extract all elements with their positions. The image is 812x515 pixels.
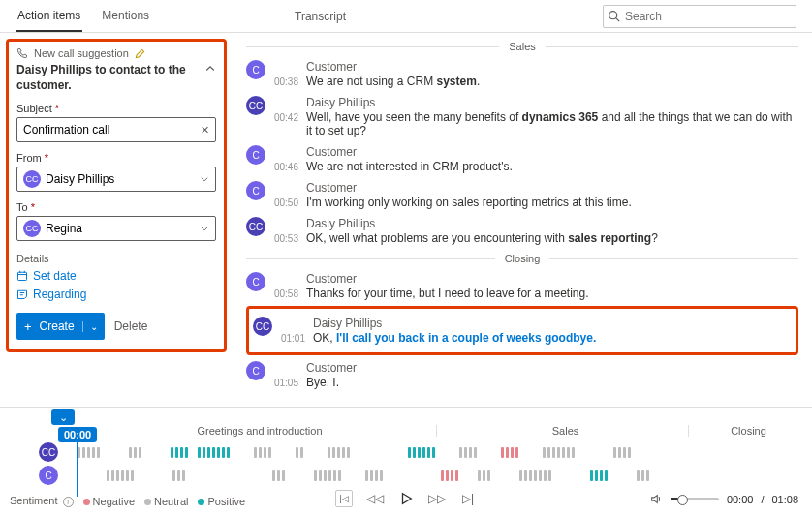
- clear-icon[interactable]: ✕: [201, 124, 209, 136]
- search-icon: [608, 10, 620, 22]
- set-date-link[interactable]: Set date: [16, 269, 216, 283]
- suggestion-label: New call suggestion: [34, 47, 129, 59]
- transcript-entry: CC 00:42 Daisy PhillipsWell, have you se…: [246, 92, 798, 141]
- create-button[interactable]: + Create ⌄: [16, 313, 105, 340]
- info-icon[interactable]: i: [63, 497, 74, 507]
- time-sep: /: [761, 494, 764, 505]
- to-avatar: CC: [23, 220, 41, 237]
- forward-button[interactable]: ▷▷: [428, 490, 446, 507]
- create-split-chevron[interactable]: ⌄: [82, 321, 105, 332]
- calendar-icon: [16, 270, 28, 282]
- regarding-icon: [16, 288, 28, 300]
- details-label: Details: [16, 253, 216, 264]
- chevron-down-icon[interactable]: [200, 174, 209, 184]
- to-input[interactable]: [46, 222, 200, 235]
- time-current: 00:00: [727, 494, 754, 505]
- svg-line-1: [616, 17, 619, 20]
- edit-icon[interactable]: [135, 48, 145, 59]
- section-closing: Closing: [246, 253, 798, 264]
- timeline-row-agent: CC: [39, 440, 802, 464]
- sentiment-track[interactable]: [68, 470, 802, 481]
- avatar: C: [246, 181, 265, 200]
- sentiment-track[interactable]: [68, 446, 802, 458]
- segment-label: Closing: [688, 425, 802, 437]
- from-input[interactable]: [46, 172, 200, 186]
- from-avatar: CC: [23, 170, 41, 188]
- svg-rect-2: [18, 272, 27, 280]
- play-button[interactable]: [397, 490, 415, 507]
- plus-icon: +: [16, 319, 40, 334]
- avatar: C: [246, 145, 265, 165]
- segment-label: Sales: [436, 425, 688, 437]
- action-title: Daisy Phillips to contact to the custome…: [16, 63, 191, 93]
- avatar: CC: [39, 442, 58, 462]
- transcript-entry: CC 00:53 Dasiy PhillipsOK, well what pro…: [246, 213, 798, 249]
- player-controls: |◁ ◁◁ ▷▷ ▷|: [335, 490, 477, 507]
- volume-icon[interactable]: [650, 493, 663, 505]
- transcript-entry: C 00:58 CustomerThanks for your time, bu…: [246, 268, 798, 304]
- time-total: 01:08: [771, 494, 798, 505]
- playhead-marker[interactable]: ⌄ 00:00: [58, 409, 97, 497]
- avatar: CC: [246, 96, 265, 115]
- subject-label: Subject *: [16, 103, 216, 114]
- phone-icon: [16, 47, 28, 59]
- subject-input[interactable]: [23, 123, 201, 136]
- collapse-icon[interactable]: [204, 63, 216, 75]
- timestamp: 00:46: [273, 162, 298, 173]
- timestamp: 00:38: [273, 76, 298, 88]
- transcript-entry: C 00:46 CustomerWe are not interested in…: [246, 141, 798, 177]
- search-input[interactable]: [603, 5, 796, 28]
- avatar: C: [246, 60, 265, 79]
- avatar: C: [246, 361, 265, 380]
- transcript-entry: C 00:50 CustomerI'm working only working…: [246, 177, 798, 213]
- tab-mentions[interactable]: Mentions: [100, 1, 151, 32]
- tab-action-items[interactable]: Action items: [16, 1, 82, 32]
- to-label: To *: [16, 201, 216, 213]
- timeline-row-customer: C: [39, 464, 802, 487]
- timestamp: 00:50: [273, 197, 298, 209]
- timeline: ⌄ 00:00 Greetings and introduction Sales…: [0, 407, 812, 515]
- transcript-title: Transcript: [295, 10, 346, 23]
- skip-back-button[interactable]: |◁: [335, 490, 353, 507]
- timestamp: 00:53: [273, 233, 298, 245]
- avatar: C: [39, 466, 58, 485]
- highlighted-entry: CC 01:01 Daisy PhillipsOK, I'll call you…: [246, 306, 798, 355]
- svg-point-0: [609, 11, 617, 18]
- section-sales: Sales: [246, 41, 798, 52]
- rewind-button[interactable]: ◁◁: [366, 490, 384, 507]
- action-item-card: New call suggestion Daisy Phillips to co…: [6, 39, 227, 352]
- from-label: From *: [16, 152, 216, 164]
- transcript-panel[interactable]: Sales C 00:38 CustomerWe are not using a…: [233, 33, 812, 407]
- playhead-time: 00:00: [58, 427, 97, 442]
- timestamp: 00:58: [273, 288, 298, 300]
- to-field[interactable]: CC: [16, 216, 216, 241]
- regarding-link[interactable]: Regarding: [16, 288, 216, 301]
- from-field[interactable]: CC: [16, 167, 216, 192]
- transcript-entry: C 01:05 CustomerBye, I.: [246, 357, 798, 393]
- chevron-down-icon[interactable]: ⌄: [51, 409, 75, 425]
- timestamp: 00:42: [273, 112, 298, 137]
- avatar: CC: [246, 217, 265, 236]
- skip-forward-button[interactable]: ▷|: [459, 490, 477, 507]
- avatar: C: [246, 272, 265, 291]
- volume-slider[interactable]: [671, 498, 719, 500]
- delete-link[interactable]: Delete: [114, 319, 148, 333]
- timestamp: 01:05: [273, 378, 298, 389]
- transcript-entry: C 00:38 CustomerWe are not using a CRM s…: [246, 56, 798, 92]
- chevron-down-icon[interactable]: [200, 224, 209, 233]
- avatar: CC: [253, 317, 272, 336]
- segment-label: Greetings and introduction: [78, 425, 436, 437]
- timestamp: 01:01: [280, 333, 305, 345]
